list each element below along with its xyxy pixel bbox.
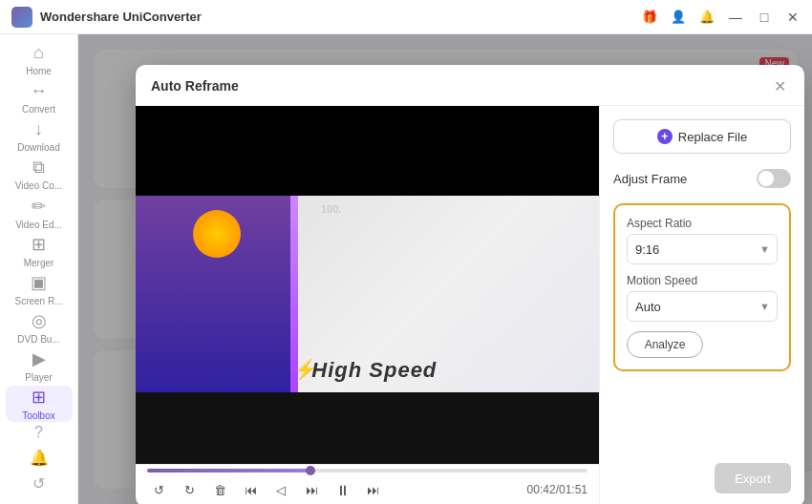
convert-icon: ↔ [31, 81, 48, 101]
purple-box [136, 196, 298, 392]
help-icon[interactable]: ? [34, 424, 43, 441]
dvd-icon: ◎ [32, 310, 47, 331]
title-bar-controls: 🎁 👤 🔔 — □ ✕ [642, 10, 801, 25]
time-total: 01:51 [559, 483, 588, 496]
edit-icon: ✏ [32, 196, 46, 217]
toggle-thumb [759, 171, 774, 186]
close-button[interactable]: ✕ [785, 10, 801, 25]
progress-bar-100: 100. [321, 203, 341, 215]
modal-close-button[interactable]: ✕ [770, 76, 789, 95]
right-panel: + Replace File Adjust Frame Aspect Ratio [599, 106, 804, 504]
sidebar-label-download: Download [17, 142, 59, 154]
alert-icon[interactable]: 🔔 [30, 449, 49, 467]
skip-prev-button[interactable]: ⏭ [300, 478, 323, 501]
export-section: Export [613, 463, 791, 494]
prev-frame-button[interactable]: ⏮ [239, 478, 262, 501]
high-speed-text: High Speed [311, 358, 437, 383]
sidebar-item-download[interactable]: ↓ Download [6, 118, 73, 155]
video-main-scene: 100. ⚡ High Speed [136, 196, 599, 392]
player-icon: ▶ [32, 348, 46, 369]
main-layout: ⌂ Home ↔ Convert ↓ Download ⧉ Video Co..… [0, 34, 812, 504]
motion-speed-label: Motion Speed [627, 274, 778, 287]
motion-speed-wrapper: Auto Slow Normal Fast ▼ [627, 291, 778, 322]
sidebar-item-video-compress[interactable]: ⧉ Video Co... [6, 157, 73, 193]
video-controls: ↺ ↻ 🗑 ⏮ ◁ ⏭ ⏸ ⏭ 00:42/01:51 [136, 464, 599, 504]
plus-icon: + [657, 129, 673, 144]
time-display: 00:42/01:51 [527, 483, 588, 496]
modal-body: 100. ⚡ High Speed [136, 106, 804, 504]
aspect-ratio-group: Aspect Ratio 9:16 16:9 1:1 4:5 4:3 ▼ [627, 217, 778, 264]
modal-header: Auto Reframe ✕ [136, 65, 804, 106]
content-area: New ...videos. New mover ifficial data s… [78, 34, 812, 504]
sidebar-item-convert[interactable]: ↔ Convert [6, 80, 73, 116]
screen-rec-icon: ▣ [31, 272, 47, 293]
replace-file-label: Replace File [678, 130, 747, 144]
video-black-top [136, 106, 599, 196]
motion-speed-group: Motion Speed Auto Slow Normal Fast ▼ [627, 274, 778, 322]
sidebar-item-home[interactable]: ⌂ Home [6, 42, 73, 78]
video-area: 100. ⚡ High Speed [136, 106, 599, 504]
sidebar-item-toolbox[interactable]: ⊞ Toolbox [6, 386, 73, 422]
merger-icon: ⊞ [32, 234, 46, 255]
sidebar-item-video-edit[interactable]: ✏ Video Ed... [6, 195, 73, 231]
redo-button[interactable]: ↻ [178, 478, 201, 501]
motion-speed-select[interactable]: Auto Slow Normal Fast [627, 291, 778, 322]
export-button[interactable]: Export [715, 463, 791, 494]
sidebar-item-dvd[interactable]: ◎ DVD Bu... [6, 309, 73, 346]
compress-icon: ⧉ [32, 158, 45, 178]
sidebar-label-edit: Video Ed... [15, 220, 62, 231]
gift-icon[interactable]: 🎁 [642, 10, 657, 25]
download-icon: ↓ [34, 119, 43, 139]
sidebar-item-player[interactable]: ▶ Player [6, 347, 73, 384]
sidebar-bottom: ? 🔔 ↺ [30, 424, 49, 504]
home-icon: ⌂ [33, 43, 44, 63]
aspect-ratio-select[interactable]: 9:16 16:9 1:1 4:5 4:3 [627, 234, 778, 264]
controls-row: ↺ ↻ 🗑 ⏮ ◁ ⏭ ⏸ ⏭ 00:42/01:51 [147, 478, 588, 501]
orange-circle [193, 210, 241, 258]
step-back-button[interactable]: ◁ [269, 478, 292, 501]
title-bar-left: Wondershare UniConverter [11, 7, 202, 28]
progress-fill [147, 469, 310, 472]
undo-button[interactable]: ↺ [147, 478, 170, 501]
user-icon[interactable]: 👤 [671, 10, 686, 25]
app-title: Wondershare UniConverter [40, 10, 202, 24]
settings-box: Aspect Ratio 9:16 16:9 1:1 4:5 4:3 ▼ [613, 203, 791, 371]
sidebar-label-screen-rec: Screen R... [14, 296, 62, 307]
sidebar-item-screen-rec[interactable]: ▣ Screen R... [6, 271, 73, 307]
aspect-ratio-wrapper: 9:16 16:9 1:1 4:5 4:3 ▼ [627, 234, 778, 264]
adjust-frame-label: Adjust Frame [613, 172, 687, 186]
sidebar-label-convert: Convert [22, 104, 55, 116]
maximize-button[interactable]: □ [757, 10, 772, 25]
minimize-button[interactable]: — [728, 10, 743, 25]
replace-file-button[interactable]: + Replace File [613, 119, 791, 154]
sidebar-label-dvd: DVD Bu... [17, 334, 59, 346]
controls-left: ↺ ↻ 🗑 ⏮ ◁ ⏭ ⏸ ⏭ [147, 478, 384, 501]
video-preview: 100. ⚡ High Speed [136, 106, 599, 464]
sidebar-item-merger[interactable]: ⊞ Merger [6, 233, 73, 269]
modal-title: Auto Reframe [151, 78, 239, 94]
refresh-icon[interactable]: ↺ [32, 474, 45, 493]
skip-next-button[interactable]: ⏭ [361, 478, 384, 501]
pause-button[interactable]: ⏸ [331, 478, 353, 501]
sidebar-label-player: Player [25, 372, 52, 384]
progress-thumb [306, 466, 315, 475]
delete-button[interactable]: 🗑 [208, 478, 231, 501]
sidebar-label-merger: Merger [24, 258, 54, 269]
aspect-ratio-label: Aspect Ratio [627, 217, 778, 230]
app-logo [11, 7, 32, 28]
analyze-button[interactable]: Analyze [627, 331, 703, 358]
sidebar-label-home: Home [26, 66, 52, 77]
adjust-frame-toggle[interactable] [757, 169, 791, 188]
progress-track[interactable] [147, 469, 588, 472]
time-current: 00:42 [527, 483, 556, 496]
notification-icon[interactable]: 🔔 [699, 10, 715, 25]
sidebar-label-toolbox: Toolbox [22, 410, 54, 422]
auto-reframe-modal: Auto Reframe ✕ 100. [136, 65, 804, 504]
adjust-frame-row: Adjust Frame [613, 165, 791, 192]
video-black-bottom [136, 392, 599, 464]
sidebar-label-compress: Video Co... [15, 180, 62, 192]
toolbox-icon: ⊞ [32, 387, 46, 408]
title-bar: Wondershare UniConverter 🎁 👤 🔔 — □ ✕ [0, 0, 812, 34]
sidebar: ⌂ Home ↔ Convert ↓ Download ⧉ Video Co..… [0, 34, 78, 504]
